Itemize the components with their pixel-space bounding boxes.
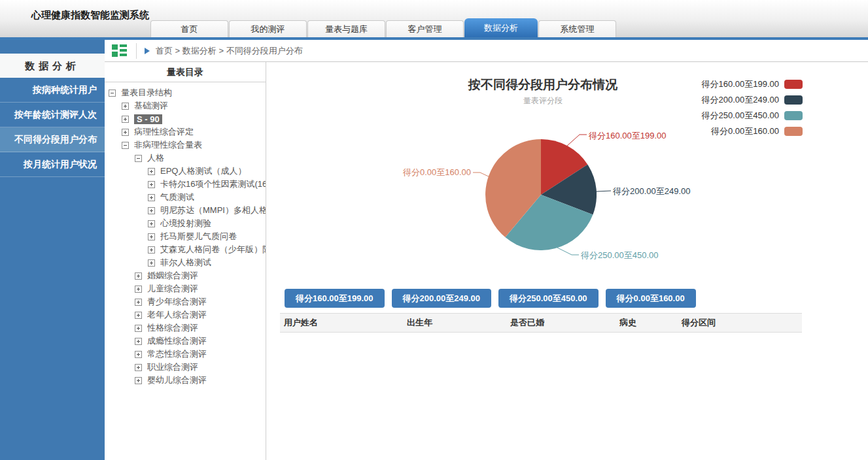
expand-icon[interactable] [135,364,142,371]
breadcrumb: 首页 > 数据分析 > 不同得分段用户分布 [156,45,303,57]
filter-button-200-249[interactable]: 得分200.00至249.00 [392,289,492,308]
tab-home[interactable]: 首页 [150,20,228,37]
breadcrumb-bar: 首页 > 数据分析 > 不同得分段用户分布 [105,40,868,62]
tree-node[interactable]: 青少年综合测评 [105,295,266,308]
tree-node[interactable]: 气质测试 [105,191,266,204]
pie-label-160-199: 得分160.00至199.00 [589,130,667,142]
expand-icon[interactable] [135,338,142,345]
tree-node[interactable]: 婚姻综合测评 [105,269,266,282]
app-title: 心理健康指数智能监测系统 [31,9,149,22]
sidebar: 数据分析 按病种统计用户 按年龄统计测评人次 不同得分段用户分布 按月统计用户状… [0,40,105,460]
tree-node-selected[interactable]: S - 90 [105,112,266,125]
expand-icon[interactable] [148,220,155,227]
score-filter-buttons: 得分160.00至199.00 得分200.00至249.00 得分250.00… [285,289,696,308]
tree-node[interactable]: 婴幼儿综合测评 [105,374,266,387]
tree-node[interactable]: 艾森克人格问卷（少年版）陈仲庚 [105,243,266,256]
scale-catalog-tree: 量表目录结构 基础测评 S - 90 病理性综合评定 非病理性综合量表 人格 E… [105,82,266,387]
chart-subtitle: 量表评分段 [523,95,563,107]
tree-node[interactable]: 菲尔人格测试 [105,256,266,269]
pie-label-200-249: 得分200.00至249.00 [613,186,691,197]
expand-icon[interactable] [135,272,142,280]
legend-swatch-teal [784,111,803,120]
legend-item-0-160[interactable]: 得分0.00至160.00 [701,123,803,139]
legend-item-160-199[interactable]: 得分160.00至199.00 [701,76,803,92]
sidebar-item-stats-by-month[interactable]: 按月统计用户状况 [0,152,105,177]
chart-title: 按不同得分段用户分布情况 [468,76,617,93]
tree-node[interactable]: EPQ人格测试（成人） [105,165,266,178]
column-header-medical-history: 病史 [616,317,678,329]
collapse-icon[interactable] [109,90,116,97]
breadcrumb-arrow-icon [145,48,150,54]
content-area: 首页 > 数据分析 > 不同得分段用户分布 量表目录 量表目录结构 基础测评 S… [105,40,868,460]
chart-panel: 按不同得分段用户分布情况 量表评分段 得分160.00至199.00 得分200… [266,62,868,460]
chart-legend: 得分160.00至199.00 得分200.00至249.00 得分250.00… [701,76,803,139]
expand-icon[interactable] [135,299,142,306]
column-header-score-range: 得分区间 [678,317,795,329]
expand-icon[interactable] [148,233,155,240]
pie-label-250-450: 得分250.00至450.00 [581,250,659,261]
tree-node[interactable]: 儿童综合测评 [105,282,266,295]
filter-button-160-199[interactable]: 得分160.00至199.00 [285,289,385,308]
expand-icon[interactable] [135,325,142,332]
tree-node[interactable]: 人格 [105,152,266,165]
expand-icon[interactable] [122,129,129,136]
main-nav-tabs: 首页 我的测评 量表与题库 客户管理 数据分析 系统管理 [150,18,617,37]
list-view-icon[interactable] [111,44,128,58]
expand-icon[interactable] [148,168,155,175]
expand-icon[interactable] [148,207,155,214]
expand-icon[interactable] [148,246,155,254]
tab-data-analysis[interactable]: 数据分析 [464,18,538,37]
expand-icon[interactable] [148,181,155,188]
tab-system-management[interactable]: 系统管理 [538,20,616,37]
legend-item-200-249[interactable]: 得分200.00至249.00 [701,92,803,108]
pie-chart [485,139,597,250]
legend-swatch-dark [784,95,803,105]
pie-label-0-160: 得分0.00至160.00 [403,167,471,178]
tree-node[interactable]: 职业综合测评 [105,361,266,374]
legend-item-250-450[interactable]: 得分250.00至450.00 [701,108,803,123]
collapse-icon[interactable] [122,142,129,149]
sidebar-item-stats-by-age[interactable]: 按年龄统计测评人次 [0,103,105,127]
column-header-username: 用户姓名 [280,317,403,329]
tree-node[interactable]: 成瘾性综合测评 [105,335,266,348]
tree-node[interactable]: 明尼苏达（MMPI）多相人格测试 [105,204,266,217]
tree-node[interactable]: 心境投射测验 [105,217,266,230]
sidebar-spacer [0,40,105,54]
expand-icon[interactable] [135,286,142,293]
tree-node[interactable]: 常态性综合测评 [105,348,266,361]
tree-node[interactable]: 病理性综合评定 [105,125,266,139]
column-header-birth-year: 出生年 [403,317,506,329]
expand-icon[interactable] [122,103,129,110]
tree-node[interactable]: 老年人综合测评 [105,308,266,321]
expand-icon[interactable] [148,194,155,201]
sidebar-item-stats-by-disease[interactable]: 按病种统计用户 [0,78,105,103]
top-header: 心理健康指数智能监测系统 首页 我的测评 量表与题库 客户管理 数据分析 系统管… [0,0,868,37]
legend-swatch-salmon [784,127,803,136]
scale-catalog-panel: 量表目录 量表目录结构 基础测评 S - 90 病理性综合评定 非病理性综合量表… [105,62,266,460]
expand-icon[interactable] [135,351,142,358]
tree-node[interactable]: 托马斯婴儿气质问卷 [105,230,266,243]
filter-button-0-160[interactable]: 得分0.00至160.00 [606,289,696,308]
sidebar-item-score-range-distribution[interactable]: 不同得分段用户分布 [0,127,105,152]
filter-button-250-450[interactable]: 得分250.00至450.00 [498,289,599,308]
expand-icon[interactable] [135,377,142,384]
tab-scales-question-bank[interactable]: 量表与题库 [307,20,385,37]
scale-catalog-title: 量表目录 [105,62,266,82]
tree-node-root[interactable]: 量表目录结构 [105,86,266,99]
collapse-icon[interactable] [135,155,142,162]
user-table-header: 用户姓名 出生年 是否已婚 病史 得分区间 [280,313,802,333]
tab-customer-management[interactable]: 客户管理 [386,20,464,37]
column-header-married: 是否已婚 [506,317,616,329]
sidebar-title: 数据分析 [0,54,105,78]
expand-icon[interactable] [135,312,142,319]
tree-node[interactable]: 基础测评 [105,99,266,112]
tree-node[interactable]: 非病理性综合量表 [105,139,266,152]
tree-node[interactable]: 性格综合测评 [105,321,266,335]
expand-icon[interactable] [148,259,155,267]
tab-my-assessments[interactable]: 我的测评 [229,20,307,37]
tree-node[interactable]: 卡特尔16项个性因素测试(16PF) [105,178,266,191]
legend-swatch-red [784,80,803,89]
breadcrumb-divider [136,43,137,59]
expand-icon[interactable] [122,116,129,123]
